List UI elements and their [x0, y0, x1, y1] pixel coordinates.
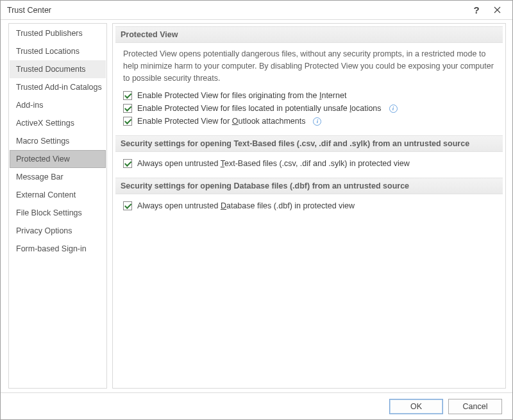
- titlebar: Trust Center ?: [1, 1, 512, 20]
- content-pane: Protected View Protected View opens pote…: [112, 23, 506, 389]
- checkbox-label-text-based: Always open untrusted Text-Based files (…: [137, 159, 410, 168]
- sidebar-item-trusted-publishers[interactable]: Trusted Publishers: [10, 24, 106, 42]
- section-body-protected-view: Protected View opens potentially dangero…: [115, 43, 503, 133]
- section-header-database: Security settings for opening Database f…: [115, 178, 503, 194]
- trust-center-dialog: Trust Center ? Trusted Publishers Truste…: [0, 0, 513, 420]
- checkbox-internet[interactable]: [123, 91, 132, 100]
- sidebar-item-activex-settings[interactable]: ActiveX Settings: [10, 114, 106, 132]
- section-header-protected-view: Protected View: [115, 26, 503, 43]
- checkbox-database[interactable]: [123, 201, 132, 210]
- checkbox-label-unsafe-locations: Enable Protected View for files located …: [137, 104, 382, 113]
- sidebar-item-trusted-addin-catalogs[interactable]: Trusted Add-in Catalogs: [10, 78, 106, 96]
- checkbox-text-based[interactable]: [123, 159, 132, 168]
- sidebar: Trusted Publishers Trusted Locations Tru…: [8, 23, 107, 389]
- close-button[interactable]: [487, 1, 507, 19]
- sidebar-item-protected-view[interactable]: Protected View: [10, 150, 106, 168]
- sidebar-item-macro-settings[interactable]: Macro Settings: [10, 132, 106, 150]
- checkbox-row-internet[interactable]: Enable Protected View for files originat…: [123, 89, 495, 102]
- cancel-button[interactable]: Cancel: [448, 399, 502, 414]
- dialog-body: Trusted Publishers Trusted Locations Tru…: [1, 20, 512, 392]
- sidebar-item-external-content[interactable]: External Content: [10, 186, 106, 204]
- checkbox-label-database: Always open untrusted Database files (.d…: [137, 201, 355, 210]
- protected-view-description: Protected View opens potentially dangero…: [123, 48, 495, 84]
- sidebar-item-message-bar[interactable]: Message Bar: [10, 168, 106, 186]
- section-body-database: Always open untrusted Database files (.d…: [115, 194, 503, 217]
- sidebar-item-privacy-options[interactable]: Privacy Options: [10, 222, 106, 240]
- checkbox-outlook-attachments[interactable]: [123, 117, 132, 126]
- info-icon[interactable]: i: [389, 105, 398, 113]
- section-header-text-based: Security settings for opening Text-Based…: [115, 135, 503, 152]
- sidebar-item-file-block-settings[interactable]: File Block Settings: [10, 204, 106, 222]
- sidebar-item-trusted-documents[interactable]: Trusted Documents: [10, 60, 106, 78]
- section-body-text-based: Always open untrusted Text-Based files (…: [115, 152, 503, 175]
- info-icon[interactable]: i: [313, 117, 321, 126]
- checkbox-label-outlook-attachments: Enable Protected View for Outlook attach…: [137, 117, 305, 126]
- ok-button[interactable]: OK: [389, 399, 443, 414]
- window-title: Trust Center: [7, 6, 466, 15]
- checkbox-row-outlook-attachments[interactable]: Enable Protected View for Outlook attach…: [123, 115, 495, 128]
- checkbox-row-unsafe-locations[interactable]: Enable Protected View for files located …: [123, 102, 495, 115]
- dialog-footer: OK Cancel: [1, 392, 512, 419]
- checkbox-row-database[interactable]: Always open untrusted Database files (.d…: [123, 199, 495, 212]
- sidebar-item-add-ins[interactable]: Add-ins: [10, 96, 106, 114]
- help-button[interactable]: ?: [466, 1, 487, 19]
- sidebar-item-form-based-sign-in[interactable]: Form-based Sign-in: [10, 240, 106, 258]
- checkbox-row-text-based[interactable]: Always open untrusted Text-Based files (…: [123, 157, 495, 170]
- sidebar-item-trusted-locations[interactable]: Trusted Locations: [10, 42, 106, 60]
- checkbox-label-internet: Enable Protected View for files originat…: [137, 91, 346, 100]
- checkbox-unsafe-locations[interactable]: [123, 104, 132, 113]
